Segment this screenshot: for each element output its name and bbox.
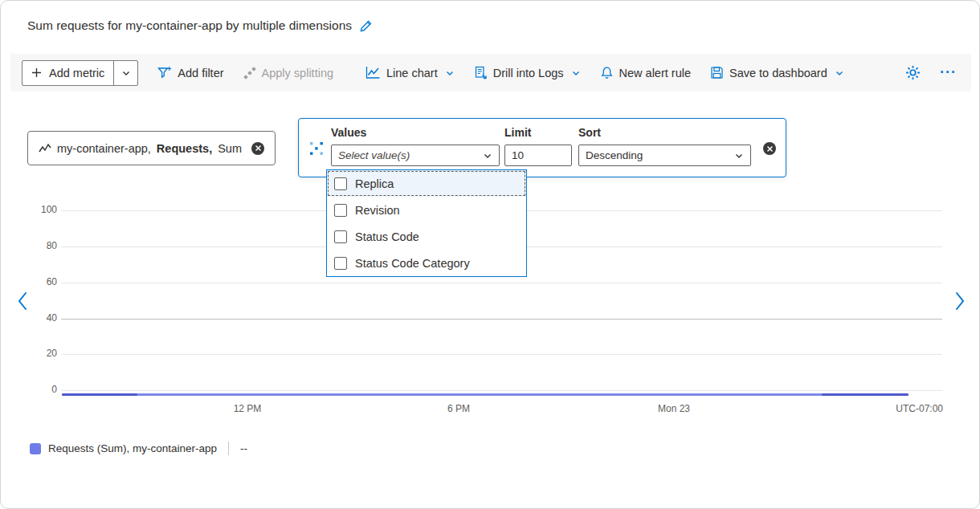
add-metric-dropdown-button[interactable]: [113, 61, 137, 85]
drill-into-logs-button[interactable]: Drill into Logs: [474, 66, 581, 79]
remove-splitting-button[interactable]: [763, 142, 776, 155]
add-filter-button[interactable]: Add filter: [157, 66, 223, 79]
edit-title-icon[interactable]: [359, 19, 373, 33]
checkbox-icon[interactable]: [334, 257, 347, 270]
y-tick-label: 20: [23, 348, 57, 359]
sparkline-icon: [39, 143, 51, 153]
new-alert-rule-button[interactable]: New alert rule: [600, 66, 691, 79]
filter-icon: [157, 66, 172, 79]
values-field: Values Select value(s): [331, 126, 500, 166]
limit-label: Limit: [504, 126, 572, 139]
command-bar: Add metric Add filter Apply splitting: [10, 54, 971, 92]
gridline: [61, 319, 942, 320]
x-tick-label: Mon 23: [646, 403, 702, 414]
sort-field: Sort Descending: [578, 126, 751, 166]
chevron-down-icon: [734, 151, 744, 161]
apply-splitting-label: Apply splitting: [262, 67, 333, 79]
option-label: Status Code Category: [355, 257, 470, 270]
plus-icon: [31, 67, 42, 78]
chevron-down-icon: [445, 68, 455, 78]
gridline: [61, 354, 942, 355]
checkbox-icon[interactable]: [334, 177, 347, 190]
chart-legend: Requests (Sum), my-container-app --: [30, 442, 247, 455]
add-filter-label: Add filter: [178, 67, 223, 79]
timezone-label: UTC-07:00: [878, 403, 943, 414]
new-alert-rule-label: New alert rule: [619, 67, 691, 79]
limit-field: Limit: [504, 126, 572, 166]
option-label: Status Code: [355, 230, 419, 243]
legend-series-label[interactable]: Requests (Sum), my-container-app: [48, 442, 217, 454]
dropdown-option-status-code[interactable]: Status Code: [327, 223, 526, 250]
dropdown-option-replica[interactable]: Replica: [327, 170, 526, 197]
limit-input[interactable]: [504, 145, 572, 166]
drill-into-logs-label: Drill into Logs: [493, 67, 564, 79]
metric-pill-resource: my-container-app,: [57, 142, 151, 155]
metric-pill-aggregation: Sum: [218, 142, 242, 155]
y-tick-label: 100: [23, 204, 57, 215]
checkbox-icon[interactable]: [334, 230, 347, 243]
metric-pill-metric: Requests,: [157, 142, 212, 155]
chart-type-label: Line chart: [386, 67, 438, 79]
values-label: Values: [331, 126, 500, 139]
add-metric-button[interactable]: Add metric: [22, 60, 138, 86]
logs-icon: [474, 66, 488, 79]
add-metric-label: Add metric: [49, 67, 104, 79]
chevron-down-icon: [835, 68, 844, 78]
chart-type-button[interactable]: Line chart: [365, 66, 455, 79]
scroll-left-button[interactable]: [17, 291, 28, 315]
gear-icon: [905, 65, 921, 80]
alert-icon: [600, 66, 614, 79]
x-tick-label: 12 PM: [219, 403, 276, 414]
series-line: [62, 393, 909, 396]
gridline: [61, 390, 942, 391]
y-tick-label: 0: [23, 384, 57, 395]
y-tick-label: 60: [23, 276, 57, 287]
gridline: [61, 283, 942, 283]
option-label: Revision: [355, 204, 400, 217]
metric-pill[interactable]: my-container-app, Requests, Sum: [27, 131, 276, 165]
split-dimension-icon: [308, 140, 325, 157]
series-line-segment: [62, 393, 137, 396]
values-placeholder: Select value(s): [338, 149, 410, 161]
checkbox-icon[interactable]: [334, 204, 347, 217]
y-tick-label: 40: [23, 312, 57, 324]
more-options-button[interactable]: ···: [940, 64, 960, 81]
dropdown-option-revision[interactable]: Revision: [327, 197, 526, 223]
y-tick-label: 80: [23, 240, 57, 251]
legend-series-value: --: [240, 442, 247, 454]
chevron-down-icon: [571, 68, 581, 78]
values-dropdown: Replica Revision Status Code Status Code…: [326, 169, 527, 277]
save-to-dashboard-button[interactable]: Save to dashboard: [710, 66, 844, 79]
apply-splitting-button[interactable]: Apply splitting: [243, 67, 333, 79]
sort-label: Sort: [578, 126, 751, 139]
save-to-dashboard-label: Save to dashboard: [729, 67, 827, 79]
scroll-right-button[interactable]: [954, 291, 966, 315]
save-icon: [710, 66, 724, 79]
sort-select[interactable]: Descending: [578, 145, 751, 166]
series-line-segment: [822, 393, 909, 396]
dropdown-option-status-code-category[interactable]: Status Code Category: [327, 250, 526, 276]
line-chart-icon: [365, 66, 381, 79]
legend-separator: [228, 442, 229, 455]
remove-metric-button[interactable]: [251, 142, 264, 155]
splitting-panel: Values Select value(s) Limit Sort Descen…: [298, 118, 786, 177]
sort-value: Descending: [586, 149, 643, 161]
values-select[interactable]: Select value(s): [331, 145, 500, 166]
chart-title: Sum requests for my-container-app by mul…: [27, 18, 352, 33]
splitting-icon: [243, 67, 256, 79]
x-tick-label: 6 PM: [431, 403, 487, 414]
settings-button[interactable]: [905, 65, 921, 80]
series-color-swatch: [30, 443, 41, 454]
option-label: Replica: [355, 177, 394, 190]
metrics-explorer-page: Sum requests for my-container-app by mul…: [0, 0, 980, 509]
chevron-down-icon: [483, 151, 492, 161]
chart-title-row: Sum requests for my-container-app by mul…: [27, 18, 373, 33]
